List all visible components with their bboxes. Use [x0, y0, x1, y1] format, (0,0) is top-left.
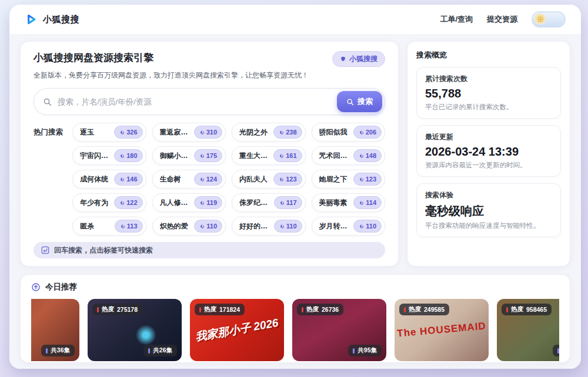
poster-image[interactable]: 热度 958465 共40集	[497, 299, 559, 361]
theme-toggle[interactable]	[532, 11, 566, 28]
hot-tag-count: 310	[206, 129, 217, 136]
hot-search-tag[interactable]: 生命树 124	[152, 170, 226, 188]
heat-value: 171824	[219, 306, 240, 313]
hot-search-tag[interactable]: 重返寂静岭 310	[152, 123, 226, 142]
brand[interactable]: 小狐搜搜	[25, 13, 79, 26]
episodes-badge: 共40集	[553, 345, 559, 356]
stat-card: 最近更新 2026-03-24 13:39 资源库内容最近一次更新的时间。	[416, 125, 561, 177]
poster-card[interactable]: 共36集 剧情 爱情	[31, 299, 79, 363]
play-triangle-icon	[25, 13, 38, 26]
episodes-bar-icon	[353, 348, 355, 354]
hero-header: 小狐搜搜网盘资源搜索引擎 小狐搜搜	[34, 51, 385, 67]
hot-tag-count-badge: 117	[274, 196, 302, 209]
poster-card[interactable]: 我家那小子 2026 热度 171824 综艺 热榜真人秀	[190, 299, 284, 363]
hot-search-tag[interactable]: 御赐小仵作2 175	[152, 146, 226, 165]
hot-tag-count: 124	[206, 176, 217, 183]
hot-tag-count-badge: 122	[114, 196, 142, 209]
overview-sidebar: 搜索概览 累计搜索次数 55,788 平台已记录的累计搜索次数。 最近更新 20…	[407, 41, 570, 267]
hot-tag-count-badge: 175	[194, 149, 222, 162]
heat-bar-icon	[199, 307, 201, 312]
top-row: 小狐搜搜网盘资源搜索引擎 小狐搜搜 全新版本，免费分享百万级网盘资源，致力打造顶…	[20, 41, 570, 267]
hot-search-tag[interactable]: 好好的时光 110	[232, 217, 306, 235]
heat-badge: 热度 171824	[195, 304, 245, 315]
heat-label: 热度	[409, 305, 421, 314]
hot-tag-count-badge: 180	[114, 149, 142, 162]
app-window: 小狐搜搜 工单/查询 提交资源	[9, 5, 581, 369]
hot-search-tag[interactable]: 岁月转角再相逢 110	[312, 217, 386, 235]
hot-search-area: 热门搜索 逐玉 326 重返寂静岭 310 光阴之外 238	[34, 123, 385, 235]
poster-card[interactable]: 热度 275178 共26集 动漫 热榜动作动画	[88, 299, 182, 363]
hot-search-tag[interactable]: 骄阳似我 206	[312, 123, 386, 142]
recommend-header: 今日推荐	[31, 282, 559, 292]
poster-card[interactable]: 热度 958465 共40集 电视剧 热榜剧情	[497, 299, 559, 363]
stat-label: 最近更新	[425, 132, 552, 142]
flame-icon	[119, 200, 125, 206]
hot-tag-count: 326	[126, 129, 137, 136]
hot-tag-name: 年少有为	[80, 198, 108, 208]
hot-tag-name: 她眉之下	[319, 174, 348, 184]
hot-tag-name: 内乱夫人	[239, 174, 268, 184]
heat-value: 249585	[424, 306, 445, 313]
hot-search-tag[interactable]: 美丽毒素 114	[312, 193, 386, 212]
poster-image[interactable]: 热度 275178 共26集	[88, 299, 182, 361]
hot-search-tag[interactable]: 凡人修仙传 119	[152, 193, 226, 212]
hot-tag-name: 匿杀	[80, 221, 94, 231]
flame-icon	[199, 176, 205, 182]
hot-tag-name: 重生大宗师，...	[239, 151, 273, 161]
poster-image[interactable]: The HOUSEMAID 热度 249585	[395, 299, 489, 361]
hot-tag-count: 113	[127, 223, 138, 230]
hot-tag-count: 175	[206, 152, 217, 159]
heat-value: 26736	[322, 306, 339, 313]
search-button[interactable]: 搜索	[337, 91, 382, 112]
hot-tag-name: 炽热的爱	[160, 221, 188, 231]
hot-search-tag[interactable]: 内乱夫人 123	[232, 170, 306, 188]
hot-tag-count: 117	[286, 199, 297, 206]
flame-icon	[279, 153, 284, 159]
heat-value: 275178	[117, 306, 138, 313]
recommend-title: 今日推荐	[45, 282, 77, 292]
flame-icon	[199, 223, 205, 229]
episodes-bar-icon	[148, 348, 150, 354]
nav-right: 工单/查询 提交资源	[440, 11, 566, 28]
poster-image[interactable]: 共36集	[31, 299, 79, 361]
hot-tag-name: 侏罗纪世界：...	[239, 198, 274, 208]
poster-image[interactable]: 我家那小子 2026 热度 171824	[190, 299, 284, 361]
flame-icon	[199, 153, 205, 159]
hot-tag-name: 好好的时光	[239, 221, 274, 231]
heat-label: 热度	[204, 305, 216, 314]
episodes-count: 共36集	[51, 346, 70, 355]
hot-tag-count: 238	[286, 129, 296, 136]
hot-search-tag[interactable]: 炽热的爱 110	[152, 217, 226, 235]
nav-link-tickets[interactable]: 工单/查询	[440, 14, 473, 25]
search-hint-bar: 回车搜索，点击标签可快速搜索	[34, 242, 385, 258]
hot-tag-count: 122	[126, 199, 137, 206]
poster-card[interactable]: 热度 26736 共95集 短剧 热榜都市脑洞	[292, 299, 386, 363]
hot-tag-count-badge: 110	[353, 220, 382, 233]
hot-search-tag[interactable]: 重生大宗师，... 161	[232, 146, 306, 165]
hot-search-tag[interactable]: 光阴之外 238	[232, 123, 306, 142]
hot-tag-count-badge: 119	[194, 196, 222, 209]
nav-link-submit[interactable]: 提交资源	[487, 14, 517, 25]
flame-icon	[359, 200, 364, 206]
search-input[interactable]	[56, 97, 337, 107]
hot-search-tag[interactable]: 咒术回战+第... 148	[312, 146, 386, 165]
hot-search-tag[interactable]: 她眉之下 123	[312, 170, 386, 188]
heat-bar-icon	[506, 307, 508, 312]
hot-search-tag[interactable]: 宇宙闪烁请注意 180	[72, 146, 146, 165]
poster-image[interactable]: 热度 26736 共95集	[292, 299, 386, 361]
hot-search-tag[interactable]: 匿杀 113	[72, 217, 146, 235]
hero-subtitle: 全新版本，免费分享百万级网盘资源，致力打造顶尖网盘搜索引擎，让您畅享资源无忧！	[34, 70, 385, 80]
sidebar-title: 搜索概览	[416, 50, 561, 60]
hot-search-tag[interactable]: 逐玉 326	[72, 123, 146, 142]
flame-icon	[359, 129, 364, 135]
hot-tag-name: 咒术回战+第...	[319, 151, 353, 161]
flame-icon	[119, 129, 125, 135]
hot-search-tag[interactable]: 成何体统 146	[72, 170, 146, 188]
hot-tag-count-badge: 146	[114, 173, 142, 186]
hot-tag-count: 123	[366, 176, 376, 183]
hot-search-tag[interactable]: 侏罗纪世界：... 117	[232, 193, 306, 212]
hot-tag-count-badge: 161	[273, 149, 302, 162]
poster-card[interactable]: The HOUSEMAID 热度 249585 电影 热榜剧情悬疑	[395, 299, 489, 363]
hot-search-tag[interactable]: 年少有为 122	[72, 193, 146, 212]
today-recommend-card: 今日推荐 共36集 剧情 爱情 热度 27517	[20, 274, 570, 363]
